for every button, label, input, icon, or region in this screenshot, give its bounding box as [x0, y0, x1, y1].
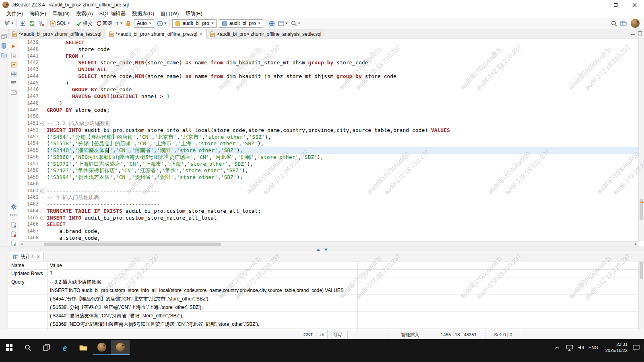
menu-item[interactable]: SQL 编辑器 [96, 10, 129, 18]
menu-item[interactable]: 搜索(A) [73, 10, 96, 18]
code-line[interactable]: ('S1072','上海虹口吉买盛店','CN','上海市','上海','sto… [47, 161, 638, 168]
open-perspective-button[interactable] [619, 19, 628, 28]
rollback-button[interactable]: 回滚 [94, 19, 114, 28]
code-line[interactable]: SELECT [47, 39, 638, 46]
menu-item[interactable]: 帮助(H) [182, 10, 205, 18]
results-scrollbar-thumb[interactable] [640, 262, 643, 279]
result-row[interactable]: ('S2440','濮阳盛友体育','CN','河南省','濮阳','store… [8, 312, 638, 320]
window-layout-button[interactable] [277, 19, 289, 28]
close-icon[interactable] [199, 33, 202, 36]
search-button[interactable] [609, 19, 619, 28]
tray-clock[interactable]: 23:31 2025/10/22 [599, 340, 630, 355]
minimize-results-arrow-icon[interactable] [324, 249, 328, 251]
edge-browser-button[interactable]: e [56, 340, 74, 355]
code-line[interactable]: INSERT INTO audit_bi_pro.custom_store_na… [47, 215, 638, 222]
output-log-icon[interactable] [8, 78, 19, 88]
result-row[interactable]: ('S454','分销【唯品代销】的店铺','CN','北京市','北京市','… [8, 295, 638, 303]
scroll-right-arrow-icon[interactable] [635, 243, 637, 245]
maximize-button[interactable] [606, 0, 625, 10]
maximize-panel-icon[interactable] [638, 31, 642, 36]
code-line[interactable]: ------------------------------------ [47, 188, 638, 195]
result-row[interactable]: Query-- 3.2 插入缺少店铺数据 [8, 278, 638, 286]
code-line[interactable]: SELECT store_code,MIN(store_name) as nam… [47, 73, 638, 80]
result-row[interactable]: Updated Rows7 [8, 269, 638, 278]
minimize-button[interactable] [587, 0, 606, 10]
column-header-value[interactable]: Value [47, 263, 638, 268]
autocommit-select[interactable]: Auto [134, 19, 154, 28]
overflow-menu-icon[interactable]: •••• [8, 210, 19, 220]
disconnect-icon[interactable] [37, 19, 46, 28]
editor-tab[interactable]: *<audit_bi_pro> zhumr_offline_pre.sql [105, 29, 207, 39]
fold-marker-icon[interactable]: − [40, 121, 44, 125]
taskbar-search-button[interactable] [19, 340, 37, 355]
editor-tab[interactable]: *<audit_bi_pro> zhumr_offline_test.sql [8, 29, 105, 39]
tray-expand-button[interactable] [551, 340, 563, 355]
script-document-icon[interactable] [8, 220, 19, 229]
code-line[interactable]: ('S3094','贵州浅若衣店','CN','贵州省','贵阳','store… [47, 174, 638, 181]
code-line[interactable]: a.store_code, [47, 235, 638, 241]
script-document-delete-icon[interactable] [8, 229, 19, 239]
editor-vertical-scrollbar[interactable] [638, 39, 644, 241]
menu-item[interactable]: 编辑(E) [26, 10, 50, 18]
horizontal-scrollbar-thumb[interactable] [44, 243, 221, 246]
code-line[interactable]: ('S2440','濮阳盛友体育','CN','河南省','濮阳','store… [47, 147, 638, 154]
menu-item[interactable]: 导航(N) [50, 10, 73, 18]
code-line[interactable]: SELECT [47, 221, 638, 228]
show-desktop-button[interactable] [642, 340, 644, 355]
results-vertical-scrollbar[interactable] [638, 261, 644, 330]
menu-item[interactable]: 数据库(D) [129, 10, 157, 18]
execute-script-icon[interactable] [8, 51, 19, 60]
code-line[interactable]: ('S2368','NEO河北邯郸邯山陵西南大街5号阳光世贸广场店','CN',… [47, 154, 638, 161]
code-line[interactable]: ('S454','分销【唯品代销】的店铺','CN','北京市','北京市','… [47, 134, 638, 141]
code-line[interactable]: ) [47, 100, 638, 107]
result-row[interactable]: ('S2368','NEO河北邯郸邯山陵西南大街5号阳光世贸广场店','CN',… [8, 320, 638, 329]
close-icon[interactable] [37, 255, 40, 258]
code-line[interactable]: -- 3.2 插入缺少店铺数据 [47, 120, 638, 127]
file-explorer-button[interactable] [74, 340, 93, 355]
database-navigator-icon[interactable] [1, 43, 6, 49]
action-center-button[interactable] [630, 340, 642, 355]
sql-editor[interactable]: 1439144014411442144314441445144614471448… [19, 39, 638, 241]
code-line[interactable]: ('S1538','分销【荟品仓】的店铺','CN','上海市','上海','s… [47, 140, 638, 147]
commit-button[interactable]: 提交 [74, 19, 94, 28]
code-line[interactable] [47, 181, 638, 188]
code-line[interactable]: -- 4 插入门店性质表 [47, 194, 638, 201]
code-line[interactable]: FROM ( [47, 53, 638, 60]
code-line[interactable]: GROUP BY store_code; [47, 107, 638, 114]
scroll-left-arrow-icon[interactable] [21, 243, 23, 245]
new-sql-editor-button[interactable]: SQL [49, 19, 72, 28]
column-header-name[interactable]: Name [8, 263, 47, 268]
task-view-button[interactable] [37, 340, 56, 355]
code-area[interactable]: SELECT store_code FROM ( SELECT store_co… [46, 39, 638, 241]
code-line[interactable]: HAVING COUNT(DISTINCT name) > 1 [47, 93, 638, 100]
editor-results-sash[interactable] [0, 247, 644, 252]
scheduler-button[interactable] [267, 19, 277, 28]
transaction-mode-button[interactable]: T [114, 19, 124, 28]
code-line[interactable]: a.brand_code, [47, 228, 638, 235]
export-data-icon[interactable] [8, 88, 19, 97]
open-connection-icon[interactable] [18, 19, 27, 28]
code-line[interactable]: SELECT store_code,MIN(store_name) as nam… [47, 60, 638, 66]
schema-select[interactable]: audit_bi_pro [219, 19, 263, 28]
code-line[interactable]: ) [47, 80, 638, 87]
code-line[interactable]: ('S2427','常州家榜折扣店','CN','江苏省','常州','stor… [47, 167, 638, 174]
start-button[interactable] [0, 340, 19, 355]
dbeaver-taskbar-button[interactable] [93, 340, 111, 355]
tray-network-button[interactable] [563, 340, 575, 355]
code-line[interactable]: store_code [47, 46, 638, 53]
fold-marker-icon[interactable]: − [40, 216, 44, 220]
tray-volume-button[interactable] [575, 340, 587, 355]
dbeaver-taskbar-button-active[interactable] [111, 340, 130, 355]
fold-marker-icon[interactable]: − [40, 189, 44, 193]
close-button[interactable] [625, 0, 644, 10]
transaction-log-button[interactable] [155, 19, 168, 28]
editor-tab[interactable]: <audit_bi_pro> zhumr_offline_analysis_se… [206, 29, 325, 39]
result-row[interactable]: ('S1538','分销【荟品仓】的店铺','CN','上海市','上海','s… [8, 303, 638, 312]
code-line[interactable] [47, 113, 638, 120]
statistics-tab[interactable]: 统计 1 [10, 252, 43, 261]
menu-item[interactable]: 窗口(W) [157, 10, 182, 18]
minimize-panel-icon[interactable] [630, 31, 635, 36]
code-line[interactable]: GROUP BY store_code [47, 86, 638, 93]
lock-icon[interactable] [124, 19, 133, 28]
code-line[interactable]: INSERT INTO audit_bi_pro.custom_store_in… [47, 127, 638, 134]
